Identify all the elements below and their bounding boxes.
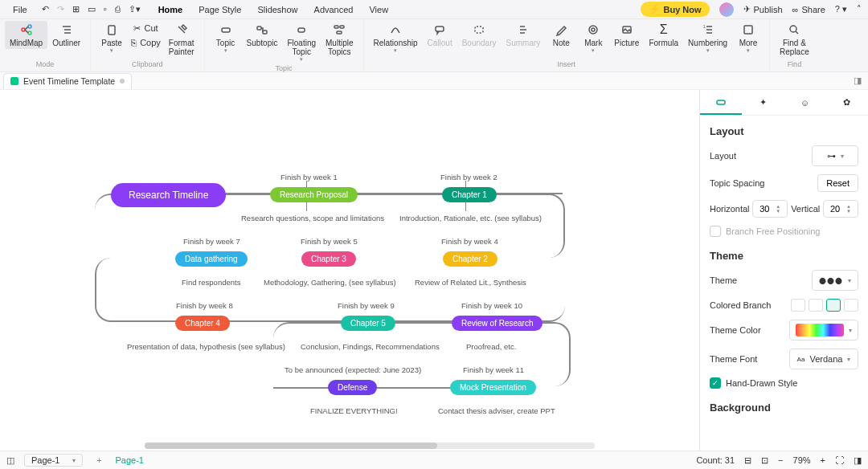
mark-icon bbox=[586, 22, 600, 37]
numbering-button[interactable]: 1Numbering▾ bbox=[683, 21, 732, 55]
redo-icon[interactable]: ↷ bbox=[57, 4, 64, 14]
menu-home[interactable]: Home bbox=[152, 2, 190, 17]
node-c4[interactable]: Chapter 3 bbox=[301, 251, 356, 267]
node-c1[interactable]: Research Proposal bbox=[270, 187, 358, 202]
canvas[interactable]: Research Timeline Finish by week 1 Resea… bbox=[0, 90, 699, 451]
menu-view[interactable]: View bbox=[362, 2, 395, 17]
node-c3[interactable]: Data gathering bbox=[175, 251, 248, 267]
file-tab[interactable]: Event Timeline Template bbox=[3, 73, 132, 89]
horizontal-input[interactable] bbox=[753, 204, 776, 214]
multiple-topics-button[interactable]: Multiple Topics bbox=[321, 21, 358, 58]
cut-button[interactable]: ✂Cut bbox=[128, 21, 164, 35]
chevron-down-icon: ▾ bbox=[841, 153, 844, 160]
palette-icon bbox=[796, 324, 844, 336]
branch-opt-2[interactable] bbox=[809, 299, 823, 312]
relationship-label: Relationship bbox=[374, 39, 418, 47]
summary-button[interactable]: Summary bbox=[502, 21, 546, 49]
theme-font-select[interactable]: AaVerdana▾ bbox=[789, 349, 858, 369]
due-c10: Finish by week 11 bbox=[463, 365, 524, 374]
print-icon[interactable]: ⎙ bbox=[115, 4, 121, 14]
theme-section-title: Theme bbox=[710, 250, 858, 262]
note-c10: Contact thesis adviser, create PPT bbox=[438, 406, 555, 415]
paste-button[interactable]: Paste▾ bbox=[96, 21, 128, 55]
node-c10[interactable]: Mock Presentation bbox=[450, 380, 536, 395]
sidebar-tab-layout[interactable] bbox=[700, 90, 742, 115]
picture-button[interactable]: Picture bbox=[609, 21, 644, 49]
formula-button[interactable]: ΣFormula bbox=[644, 21, 683, 49]
horizontal-scrollbar[interactable] bbox=[145, 442, 595, 449]
zoom-out-button[interactable]: − bbox=[778, 455, 783, 465]
vertical-stepper[interactable]: ▲▼ bbox=[823, 200, 858, 218]
scrollbar-thumb[interactable] bbox=[145, 442, 437, 449]
menu-advanced[interactable]: Advanced bbox=[308, 2, 360, 17]
note-label: Note bbox=[553, 39, 570, 47]
outline-icon[interactable]: ◫ bbox=[6, 455, 14, 466]
open-icon[interactable]: ▭ bbox=[88, 4, 96, 14]
mark-button[interactable]: Mark▾ bbox=[577, 21, 609, 55]
node-root[interactable]: Research Timeline bbox=[111, 183, 226, 207]
reset-button[interactable]: Reset bbox=[817, 174, 858, 192]
boundary-button[interactable]: Boundary bbox=[457, 21, 502, 49]
more-button[interactable]: More▾ bbox=[732, 21, 764, 55]
topic-button[interactable]: Topic▾ bbox=[210, 21, 242, 55]
node-c5[interactable]: Chapter 2 bbox=[443, 251, 497, 267]
picture-icon bbox=[620, 22, 634, 37]
zoom-in-button[interactable]: + bbox=[821, 455, 825, 465]
help-icon[interactable]: ? ▾ bbox=[835, 4, 847, 14]
branch-opt-4[interactable] bbox=[844, 299, 858, 312]
buy-now-button[interactable]: ⚡Buy Now bbox=[641, 2, 709, 17]
relationship-button[interactable]: Relationship▾ bbox=[369, 21, 423, 55]
format-painter-button[interactable]: FormatPainter bbox=[164, 21, 199, 58]
hand-drawn-checkbox[interactable]: ✓ bbox=[710, 377, 721, 389]
subtopic-button[interactable]: Subtopic bbox=[242, 21, 283, 49]
collapse-ribbon-icon[interactable]: ˄ bbox=[857, 4, 862, 14]
due-c8: Finish by week 10 bbox=[461, 301, 522, 310]
sidebar-tab-ai[interactable]: ✦ bbox=[742, 90, 784, 115]
outliner-mode-button[interactable]: Outliner bbox=[47, 21, 85, 49]
page-tab[interactable]: Page-1 bbox=[115, 455, 143, 465]
sidebar-tab-settings[interactable]: ✿ bbox=[826, 90, 868, 115]
horizontal-stepper[interactable]: ▲▼ bbox=[752, 200, 788, 218]
branch-opt-1[interactable] bbox=[791, 299, 805, 312]
fit-width-icon[interactable]: ⊟ bbox=[744, 455, 751, 466]
note-icon bbox=[554, 22, 568, 37]
undo-icon[interactable]: ↶ bbox=[42, 4, 49, 14]
svg-rect-19 bbox=[717, 100, 725, 104]
menu-file[interactable]: File bbox=[6, 2, 34, 17]
branch-opt-3[interactable] bbox=[826, 299, 841, 312]
freepos-checkbox[interactable] bbox=[710, 226, 721, 237]
add-icon[interactable]: ⊞ bbox=[72, 4, 80, 14]
add-page-button[interactable]: + bbox=[92, 454, 105, 467]
mindmap-label: MindMap bbox=[10, 39, 43, 47]
theme-color-select[interactable]: ▾ bbox=[789, 320, 858, 341]
note-button[interactable]: Note bbox=[545, 21, 577, 49]
share-label: Share bbox=[801, 5, 825, 14]
avatar[interactable] bbox=[719, 2, 734, 17]
node-c9[interactable]: Defense bbox=[328, 380, 377, 395]
node-c7[interactable]: Chapter 5 bbox=[341, 316, 395, 331]
menu-slideshow[interactable]: Slideshow bbox=[251, 2, 304, 17]
node-c8[interactable]: Review of Research bbox=[452, 316, 542, 331]
callout-button[interactable]: Callout bbox=[423, 21, 457, 49]
copy-icon: ⎘ bbox=[131, 38, 137, 47]
publish-button[interactable]: ✈Publish bbox=[743, 4, 783, 14]
panel-icon[interactable]: ◨ bbox=[854, 455, 862, 466]
copy-button[interactable]: ⎘Copy bbox=[128, 35, 164, 50]
sidebar-tab-emoji[interactable]: ☺ bbox=[784, 90, 826, 115]
floating-topic-button[interactable]: Floating Topic▾ bbox=[282, 21, 321, 64]
fit-page-icon[interactable]: ⊡ bbox=[761, 455, 768, 466]
layout-select[interactable]: ⊶▾ bbox=[812, 145, 858, 166]
node-c2[interactable]: Chapter 1 bbox=[442, 187, 497, 202]
page-select[interactable]: Page-1▾ bbox=[24, 454, 83, 467]
panel-toggle-icon[interactable]: ◨ bbox=[847, 75, 868, 86]
theme-select[interactable]: ⬤⬤⬤▾ bbox=[812, 270, 858, 291]
menu-page-style[interactable]: Page Style bbox=[192, 2, 248, 17]
save-icon[interactable]: ▫ bbox=[104, 4, 107, 14]
export-icon[interactable]: ⇪▾ bbox=[129, 4, 141, 14]
find-replace-button[interactable]: Find &Replace bbox=[775, 21, 814, 58]
share-button[interactable]: ∞Share bbox=[792, 5, 825, 14]
fullscreen-icon[interactable]: ⛶ bbox=[835, 455, 844, 465]
node-c6[interactable]: Chapter 4 bbox=[175, 316, 230, 331]
mindmap-mode-button[interactable]: MindMap bbox=[5, 21, 47, 49]
vertical-input[interactable] bbox=[824, 204, 846, 214]
